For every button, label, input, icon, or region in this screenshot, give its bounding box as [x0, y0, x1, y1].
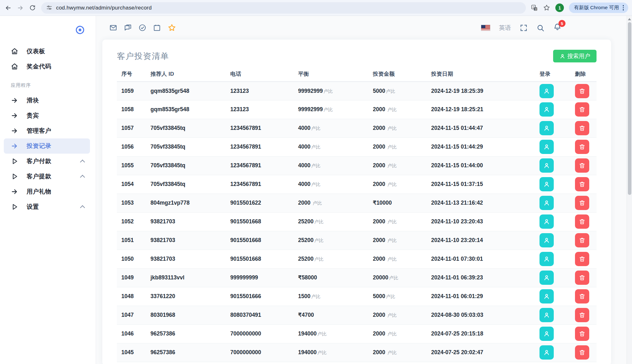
sidebar-item-label: 用户礼物: [27, 188, 51, 196]
login-as-user-button[interactable]: [539, 121, 554, 135]
chevron-up-icon[interactable]: [80, 175, 85, 180]
sidebar-item-customer-withdrawals[interactable]: 客户提款: [4, 169, 90, 184]
chat-icon[interactable]: [124, 24, 132, 32]
check-circle-icon[interactable]: [138, 24, 146, 32]
referrer-id-cell: gqm8535gr548: [150, 81, 230, 100]
search-user-button[interactable]: 搜索用户: [553, 50, 597, 62]
login-as-user-button[interactable]: [539, 271, 554, 285]
browser-reload-icon[interactable]: [27, 2, 38, 14]
table-row: 1053804mgz1vp77890155016222000 卢比₹100002…: [117, 194, 597, 212]
login-as-user-button[interactable]: [539, 345, 554, 360]
login-as-user-button[interactable]: [539, 84, 554, 98]
date-cell: 2024-11-10 23:20:14: [431, 231, 539, 250]
sidebar-item-bonus-code[interactable]: 奖金代码: [4, 59, 90, 74]
sidebar-item-label: 投资记录: [27, 142, 51, 150]
table-row: 1046962573867000000000194000卢比2000 卢比202…: [117, 324, 597, 343]
referrer-id-cell: 93821703: [150, 231, 230, 250]
login-cell: [539, 119, 575, 137]
sidebar-item-investment-records[interactable]: 投资记录: [4, 138, 90, 154]
login-as-user-button[interactable]: [539, 289, 554, 303]
mail-icon[interactable]: [109, 24, 117, 32]
calendar-icon[interactable]: [153, 24, 161, 32]
browser-back-icon[interactable]: [3, 2, 14, 14]
sidebar-collapse-icon[interactable]: [75, 25, 85, 35]
address-bar[interactable]: cod.hwymw.net/admin/purchase/record: [41, 2, 526, 14]
fullscreen-icon[interactable]: [520, 24, 528, 32]
app-topbar: 英语 5: [96, 16, 632, 40]
search-icon[interactable]: [536, 24, 545, 32]
scrollbar-thumb[interactable]: [628, 22, 631, 195]
delete-record-button[interactable]: [575, 308, 589, 322]
delete-record-button[interactable]: [575, 345, 589, 360]
phone-cell: 1234567891: [230, 175, 298, 194]
sidebar-item-vip[interactable]: 贵宾: [4, 108, 90, 123]
delete-cell: [575, 324, 597, 343]
login-as-user-button[interactable]: [539, 140, 554, 154]
delete-cell: [575, 156, 597, 175]
delete-record-button[interactable]: [575, 102, 589, 117]
person-icon: [543, 143, 550, 150]
sidebar-item-dashboard[interactable]: 仪表板: [4, 44, 90, 59]
login-as-user-button[interactable]: [539, 214, 554, 229]
sidebar-item-user-gifts[interactable]: 用户礼物: [4, 184, 90, 199]
chevron-up-icon[interactable]: [80, 205, 85, 210]
login-as-user-button[interactable]: [539, 102, 554, 117]
date-cell: 2024-12-19 18:25:21: [431, 100, 539, 119]
login-as-user-button[interactable]: [539, 196, 554, 210]
sidebar-item-slider[interactable]: 滑块: [4, 93, 90, 108]
delete-record-button[interactable]: [575, 196, 589, 210]
login-as-user-button[interactable]: [539, 252, 554, 266]
browser-forward-icon[interactable]: [15, 2, 26, 14]
delete-record-button[interactable]: [575, 121, 589, 135]
delete-record-button[interactable]: [575, 214, 589, 229]
referrer-id-cell: 705vf33845tq: [150, 137, 230, 156]
trash-icon: [579, 125, 585, 131]
delete-record-button[interactable]: [575, 233, 589, 247]
balance-cell: 99992999卢比: [298, 81, 373, 100]
browser-profile-avatar[interactable]: 1: [555, 3, 564, 12]
delete-record-button[interactable]: [575, 289, 589, 303]
url-text[interactable]: cod.hwymw.net/admin/purchase/record: [56, 5, 152, 11]
sidebar-item-customer-payments[interactable]: 客户付款: [4, 154, 90, 169]
amount-cell: 2000 卢比: [373, 137, 431, 156]
table-row: 1047803019688080370491₹47002000 卢比2024-0…: [117, 306, 597, 324]
delete-record-button[interactable]: [575, 177, 589, 191]
header-amount: 投资金额: [373, 67, 431, 81]
login-as-user-button[interactable]: [539, 233, 554, 247]
amount-cell: 2000 卢比: [373, 156, 431, 175]
site-settings-icon[interactable]: [46, 5, 52, 11]
trash-icon: [579, 181, 585, 188]
delete-record-button[interactable]: [575, 271, 589, 285]
chevron-up-icon[interactable]: [80, 159, 85, 164]
main-content: 英语 5 客户投资清单: [96, 16, 632, 364]
browser-toolbar: cod.hwymw.net/admin/purchase/record G文 1…: [0, 0, 632, 16]
date-cell: 2024-07-25 20:02:47: [431, 343, 539, 362]
sidebar-item-settings[interactable]: 设置: [4, 199, 90, 214]
person-icon: [543, 311, 550, 319]
header-phone: 电话: [230, 67, 298, 81]
page-scrollbar[interactable]: [627, 16, 632, 364]
person-icon: [543, 237, 550, 244]
scrollbar-up-arrow-icon[interactable]: [628, 18, 631, 20]
delete-record-button[interactable]: [575, 84, 589, 98]
delete-record-button[interactable]: [575, 252, 589, 266]
delete-record-button[interactable]: [575, 158, 589, 173]
browser-menu-icon[interactable]: [622, 4, 625, 11]
bookmark-star-icon[interactable]: [543, 4, 550, 11]
chrome-update-chip[interactable]: 有新版 Chrome 可用: [569, 3, 628, 13]
login-as-user-button[interactable]: [539, 308, 554, 322]
us-flag-icon[interactable]: [481, 25, 490, 31]
login-as-user-button[interactable]: [539, 177, 554, 191]
login-as-user-button[interactable]: [539, 327, 554, 341]
translate-icon[interactable]: G文: [531, 4, 538, 11]
referrer-id-cell: 93821703: [150, 212, 230, 231]
sidebar-item-manage-customers[interactable]: 管理客户: [4, 123, 90, 138]
delete-record-button[interactable]: [575, 327, 589, 341]
language-label[interactable]: 英语: [499, 24, 511, 32]
favorite-star-icon[interactable]: [168, 23, 176, 32]
serial-cell: 1048: [117, 287, 150, 306]
delete-record-button[interactable]: [575, 140, 589, 154]
delete-cell: [575, 175, 597, 194]
login-as-user-button[interactable]: [539, 158, 554, 173]
trash-icon: [579, 349, 585, 356]
